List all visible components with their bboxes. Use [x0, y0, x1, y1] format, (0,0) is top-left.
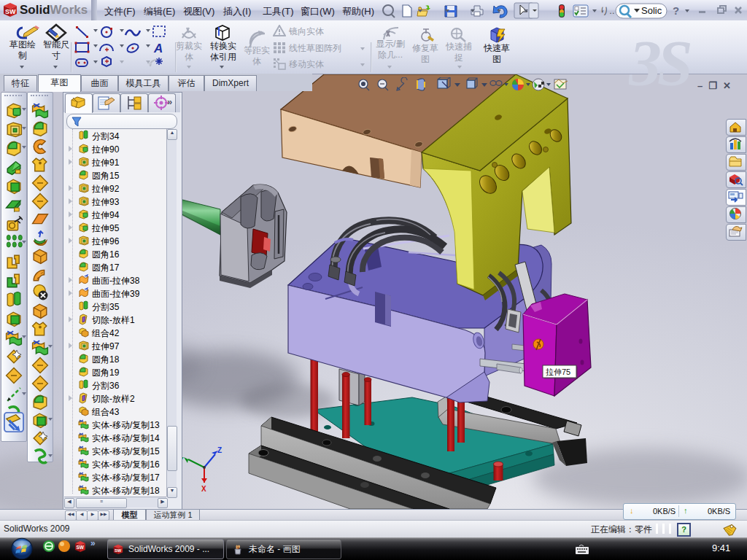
svg-text:SW: SW: [5, 8, 16, 15]
svg-text:Z: Z: [217, 446, 222, 454]
svg-text:り..: り..: [600, 5, 615, 16]
svg-text:Solic: Solic: [641, 5, 662, 16]
svg-text:SW: SW: [76, 545, 84, 550]
svg-text:拉伸75: 拉伸75: [546, 368, 570, 376]
svg-text:SW: SW: [115, 548, 122, 553]
svg-text:A: A: [153, 42, 163, 55]
svg-text:X: X: [201, 485, 206, 493]
svg-text:?: ?: [673, 4, 679, 17]
